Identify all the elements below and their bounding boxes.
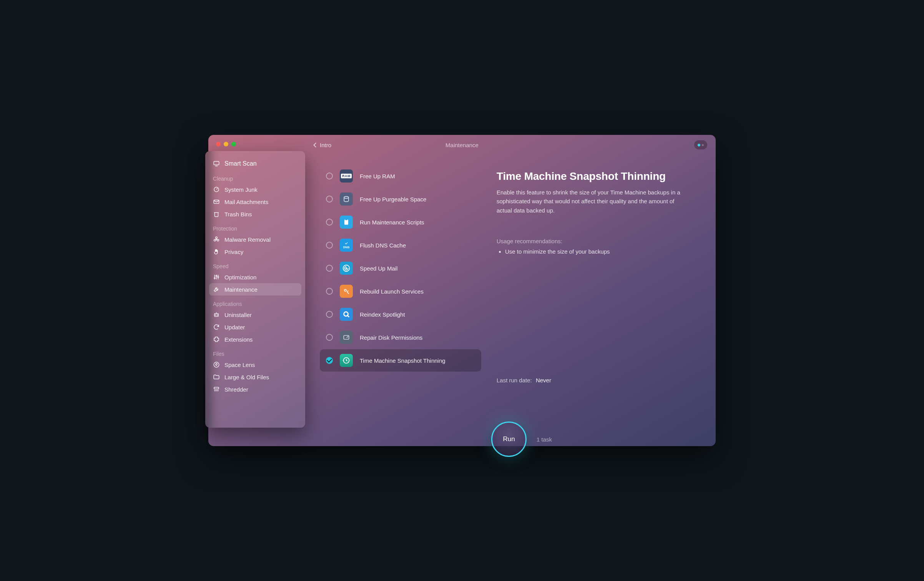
trash-icon xyxy=(213,211,220,217)
sidebar-item-large-old-files[interactable]: Large & Old Files xyxy=(209,371,301,383)
sidebar-item-optimization[interactable]: Optimization xyxy=(209,271,301,283)
sidebar-section-applications: Applications xyxy=(209,295,301,309)
svg-point-8 xyxy=(216,276,217,277)
sidebar-item-shredder[interactable]: Shredder xyxy=(209,383,301,395)
sidebar-item-updater[interactable]: Updater xyxy=(209,321,301,333)
sidebar-item-label: Malware Removal xyxy=(224,236,271,243)
task-checkbox[interactable] xyxy=(326,219,333,226)
sidebar: Smart Scan CleanupSystem JunkMail Attach… xyxy=(205,151,305,428)
svg-point-4 xyxy=(216,237,218,239)
run-button-label: Run xyxy=(503,435,515,443)
task-row-flush-dns-cache[interactable]: DNSFlush DNS Cache xyxy=(320,234,481,256)
sidebar-item-label: Large & Old Files xyxy=(224,374,269,380)
svg-point-5 xyxy=(214,239,216,241)
sidebar-item-label: Trash Bins xyxy=(224,211,252,217)
timemachine-icon xyxy=(340,354,353,367)
task-row-rebuild-launch-services[interactable]: Rebuild Launch Services xyxy=(320,280,481,302)
biohazard-icon xyxy=(213,236,220,243)
sidebar-item-extensions[interactable]: Extensions xyxy=(209,333,301,345)
ram-icon: RAM xyxy=(340,169,353,183)
sidebar-item-malware-removal[interactable]: Malware Removal xyxy=(209,233,301,246)
task-label: Time Machine Snapshot Thinning xyxy=(360,357,445,364)
monitor-icon xyxy=(213,160,220,167)
svg-point-11 xyxy=(215,315,216,315)
svg-point-7 xyxy=(214,278,215,279)
sidebar-item-maintenance[interactable]: Maintenance xyxy=(209,283,301,295)
launch-icon xyxy=(340,285,353,298)
svg-rect-14 xyxy=(214,387,219,389)
task-label: Free Up Purgeable Space xyxy=(360,196,426,203)
sidebar-item-uninstaller[interactable]: Uninstaller xyxy=(209,309,301,321)
task-checkbox[interactable] xyxy=(326,288,333,295)
sidebar-item-smart-scan[interactable]: Smart Scan xyxy=(209,157,301,170)
compass-icon xyxy=(213,361,220,368)
task-checkbox[interactable] xyxy=(326,242,333,249)
svg-point-6 xyxy=(217,239,219,241)
sidebar-item-label: Space Lens xyxy=(224,362,255,368)
task-checkbox[interactable] xyxy=(326,311,333,318)
mail-speed-icon xyxy=(340,262,353,275)
task-row-reindex-spotlight[interactable]: Reindex Spotlight xyxy=(320,303,481,325)
usage-recommendations-list: Use to minimize the size of your backups xyxy=(497,248,704,255)
task-row-repair-disk-permissions[interactable]: Repair Disk Permissions xyxy=(320,326,481,349)
task-label: Reindex Spotlight xyxy=(360,311,405,318)
svg-rect-0 xyxy=(214,161,219,165)
assistant-status-button[interactable] xyxy=(694,140,707,149)
svg-point-15 xyxy=(344,196,349,198)
detail-description: Enable this feature to shrink the size o… xyxy=(497,188,689,215)
purgeable-icon xyxy=(340,193,353,206)
task-checkbox[interactable] xyxy=(326,196,333,203)
shredder-icon xyxy=(213,386,220,393)
task-checkbox[interactable] xyxy=(326,357,333,364)
sidebar-item-label: Optimization xyxy=(224,274,256,281)
task-row-free-up-ram[interactable]: RAMFree Up RAM xyxy=(320,165,481,187)
usage-item: Use to minimize the size of your backups xyxy=(505,248,704,255)
task-checkbox[interactable] xyxy=(326,265,333,272)
sidebar-item-label: Mail Attachments xyxy=(224,199,268,205)
task-label: Speed Up Mail xyxy=(360,265,397,272)
back-to-intro-button[interactable]: Intro xyxy=(314,142,331,148)
sidebar-item-space-lens[interactable]: Space Lens xyxy=(209,359,301,371)
last-run-row: Last run date: Never xyxy=(497,377,551,383)
svg-point-20 xyxy=(344,289,346,291)
app-window: Intro Maintenance Smart Scan CleanupSyst… xyxy=(208,135,716,446)
svg-rect-17 xyxy=(346,219,347,220)
usage-recommendations-label: Usage recommendations: xyxy=(497,238,704,244)
sliders-icon xyxy=(213,274,220,281)
task-checkbox[interactable] xyxy=(326,334,333,341)
task-list: RAMFree Up RAMFree Up Purgeable SpaceRun… xyxy=(320,165,481,372)
svg-point-9 xyxy=(218,277,219,278)
sidebar-item-label: Updater xyxy=(224,324,245,330)
selected-task-count: 1 task xyxy=(537,436,552,443)
disk-icon xyxy=(340,331,353,344)
task-row-time-machine-snapshot-thinning[interactable]: Time Machine Snapshot Thinning xyxy=(320,349,481,372)
task-label: Repair Disk Permissions xyxy=(360,334,422,341)
sidebar-item-label: Uninstaller xyxy=(224,312,252,318)
svg-rect-16 xyxy=(344,219,348,224)
run-button[interactable]: Run xyxy=(491,422,527,457)
sidebar-item-system-junk[interactable]: System Junk xyxy=(209,183,301,196)
sidebar-item-label: Maintenance xyxy=(224,286,258,293)
hand-icon xyxy=(213,248,220,255)
back-label: Intro xyxy=(320,142,331,148)
task-label: Free Up RAM xyxy=(360,173,395,179)
last-run-label: Last run date: xyxy=(497,377,532,383)
task-row-speed-up-mail[interactable]: Speed Up Mail xyxy=(320,257,481,279)
dns-icon: DNS xyxy=(340,239,353,252)
task-checkbox[interactable] xyxy=(326,173,333,179)
sidebar-item-label: Smart Scan xyxy=(224,160,257,167)
sidebar-item-privacy[interactable]: Privacy xyxy=(209,246,301,258)
sidebar-section-cleanup: Cleanup xyxy=(209,170,301,183)
refresh-icon xyxy=(213,324,220,330)
detail-title: Time Machine Snapshot Thinning xyxy=(497,170,704,183)
sidebar-item-trash-bins[interactable]: Trash Bins xyxy=(209,208,301,220)
task-row-run-maintenance-scripts[interactable]: Run Maintenance Scripts xyxy=(320,211,481,233)
svg-point-3 xyxy=(216,239,217,240)
sidebar-section-protection: Protection xyxy=(209,220,301,233)
page-title: Maintenance xyxy=(445,142,479,148)
sidebar-item-mail-attachments[interactable]: Mail Attachments xyxy=(209,196,301,208)
wrench-icon xyxy=(213,286,220,293)
task-row-free-up-purgeable-space[interactable]: Free Up Purgeable Space xyxy=(320,188,481,210)
chevron-left-icon xyxy=(313,143,318,148)
last-run-value: Never xyxy=(536,377,551,383)
